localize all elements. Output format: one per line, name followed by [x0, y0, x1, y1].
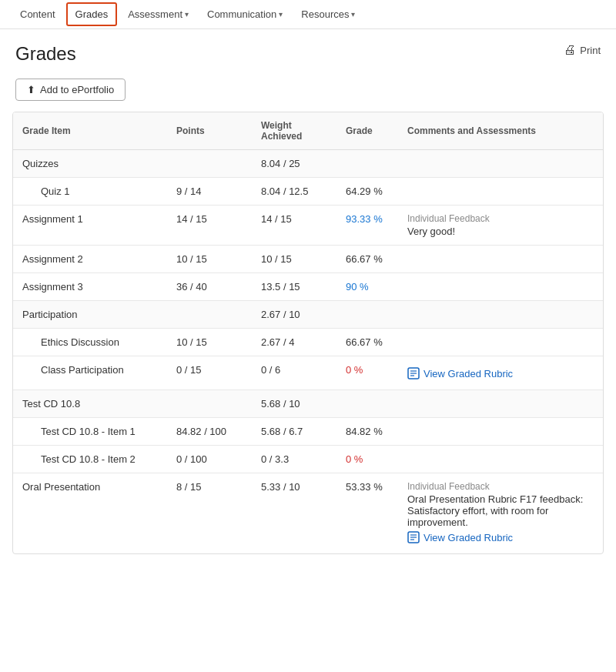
page-header: Grades 🖨 Print — [0, 29, 616, 72]
view-graded-rubric-link[interactable]: View Graded Rubric — [407, 367, 513, 379]
grade-item-comments — [398, 329, 603, 356]
grade-item-grade: 0 % — [336, 356, 398, 390]
grade-item-name: Quizzes — [13, 150, 167, 178]
table-row: Participation2.67 / 10 — [13, 301, 603, 329]
grade-item-comments — [398, 301, 603, 329]
grade-item-comments — [398, 446, 603, 473]
grade-item-comments — [398, 246, 603, 273]
grade-item-points — [167, 390, 252, 418]
grade-item-grade: 93.33 % — [336, 206, 398, 246]
col-header-grade: Grade — [336, 112, 398, 150]
grade-item-weight: 13.5 / 15 — [252, 273, 336, 301]
grade-item-weight: 8.04 / 25 — [252, 150, 336, 178]
grade-item-points: 0 / 15 — [167, 356, 252, 390]
grade-item-name: Assignment 1 — [13, 206, 167, 246]
grade-item-weight: 14 / 15 — [252, 206, 336, 246]
grade-item-grade: 53.33 % — [336, 473, 398, 554]
grade-item-grade: 66.67 % — [336, 246, 398, 273]
nav-item-grades[interactable]: Grades — [66, 2, 118, 26]
grade-item-weight: 2.67 / 4 — [252, 329, 336, 356]
grade-item-grade — [336, 301, 398, 329]
rubric-icon — [407, 531, 420, 543]
grade-item-weight: 5.68 / 6.7 — [252, 418, 336, 446]
grade-item-name: Assignment 2 — [13, 246, 167, 273]
grade-item-comments — [398, 418, 603, 446]
table-row: Oral Presentation8 / 155.33 / 1053.33 %I… — [13, 473, 603, 554]
nav-item-communication[interactable]: Communication ▾ — [199, 4, 290, 25]
nav-item-resources[interactable]: Resources ▾ — [293, 4, 363, 25]
upload-icon: ⬆ — [27, 84, 35, 95]
print-button[interactable]: 🖨 Print — [564, 43, 601, 57]
grade-item-comments: View Graded Rubric — [398, 356, 603, 390]
grade-item-weight: 5.68 / 10 — [252, 390, 336, 418]
grade-item-weight: 8.04 / 12.5 — [252, 178, 336, 206]
table-row: Test CD 10.8 - Item 184.82 / 1005.68 / 6… — [13, 418, 603, 446]
grade-item-weight: 0 / 3.3 — [252, 446, 336, 473]
grade-item-weight: 5.33 / 10 — [252, 473, 336, 554]
print-icon: 🖨 — [564, 43, 576, 57]
grade-item-weight: 0 / 6 — [252, 356, 336, 390]
comment-long: Oral Presentation Rubric F17 feedback: S… — [407, 493, 594, 528]
chevron-down-icon: ▾ — [279, 10, 283, 18]
table-row: Assignment 336 / 4013.5 / 1590 % — [13, 273, 603, 301]
grade-item-name: Test CD 10.8 — [13, 390, 167, 418]
view-graded-rubric-link[interactable]: View Graded Rubric — [407, 531, 513, 543]
table-row: Assignment 114 / 1514 / 1593.33 %Individ… — [13, 206, 603, 246]
navigation-bar: Content Grades Assessment ▾ Communicatio… — [0, 0, 616, 29]
grade-item-points: 9 / 14 — [167, 178, 252, 206]
grade-item-points: 84.82 / 100 — [167, 418, 252, 446]
grade-item-comments: Individual FeedbackOral Presentation Rub… — [398, 473, 603, 554]
grade-item-grade: 66.67 % — [336, 329, 398, 356]
page-title: Grades — [15, 43, 76, 65]
grade-item-points — [167, 150, 252, 178]
comment-text: Very good! — [407, 226, 594, 237]
col-header-grade-item: Grade Item — [13, 112, 167, 150]
grades-table-container: Grade Item Points Weight Achieved Grade … — [12, 112, 604, 554]
grade-item-name: Test CD 10.8 - Item 2 — [13, 446, 167, 473]
chevron-down-icon: ▾ — [351, 10, 355, 18]
grade-item-points: 14 / 15 — [167, 206, 252, 246]
comment-label: Individual Feedback — [407, 213, 594, 224]
grade-item-grade: 0 % — [336, 446, 398, 473]
grade-item-comments — [398, 178, 603, 206]
toolbar: ⬆ Add to ePortfolio — [0, 72, 616, 112]
grade-item-comments — [398, 273, 603, 301]
grade-item-name: Quiz 1 — [13, 178, 167, 206]
grade-item-points — [167, 301, 252, 329]
grade-item-points: 8 / 15 — [167, 473, 252, 554]
rubric-icon — [407, 367, 420, 379]
grade-item-name: Class Participation — [13, 356, 167, 390]
table-row: Class Participation0 / 150 / 60 % View G… — [13, 356, 603, 390]
table-row: Test CD 10.85.68 / 10 — [13, 390, 603, 418]
grade-item-points: 10 / 15 — [167, 329, 252, 356]
grade-item-name: Test CD 10.8 - Item 1 — [13, 418, 167, 446]
table-row: Ethics Discussion10 / 152.67 / 466.67 % — [13, 329, 603, 356]
add-to-eportfolio-button[interactable]: ⬆ Add to ePortfolio — [15, 79, 126, 101]
table-header-row: Grade Item Points Weight Achieved Grade … — [13, 112, 603, 150]
grade-item-points: 10 / 15 — [167, 246, 252, 273]
grade-item-points: 36 / 40 — [167, 273, 252, 301]
table-row: Test CD 10.8 - Item 20 / 1000 / 3.30 % — [13, 446, 603, 473]
comment-label: Individual Feedback — [407, 481, 594, 492]
col-header-weight: Weight Achieved — [252, 112, 336, 150]
grade-item-name: Oral Presentation — [13, 473, 167, 554]
nav-item-content[interactable]: Content — [12, 4, 63, 25]
grades-table: Grade Item Points Weight Achieved Grade … — [13, 112, 603, 553]
nav-item-assessment[interactable]: Assessment ▾ — [120, 4, 196, 25]
col-header-points: Points — [167, 112, 252, 150]
grade-item-comments: Individual FeedbackVery good! — [398, 206, 603, 246]
table-row: Quiz 19 / 148.04 / 12.564.29 % — [13, 178, 603, 206]
grade-item-grade: 90 % — [336, 273, 398, 301]
grade-item-comments — [398, 390, 603, 418]
grade-item-grade: 64.29 % — [336, 178, 398, 206]
table-row: Quizzes8.04 / 25 — [13, 150, 603, 178]
grade-item-name: Participation — [13, 301, 167, 329]
grade-item-name: Assignment 3 — [13, 273, 167, 301]
col-header-comments: Comments and Assessments — [398, 112, 603, 150]
grade-item-grade — [336, 150, 398, 178]
grade-item-comments — [398, 150, 603, 178]
grade-item-grade: 84.82 % — [336, 418, 398, 446]
grade-item-points: 0 / 100 — [167, 446, 252, 473]
table-row: Assignment 210 / 1510 / 1566.67 % — [13, 246, 603, 273]
grade-item-weight: 2.67 / 10 — [252, 301, 336, 329]
